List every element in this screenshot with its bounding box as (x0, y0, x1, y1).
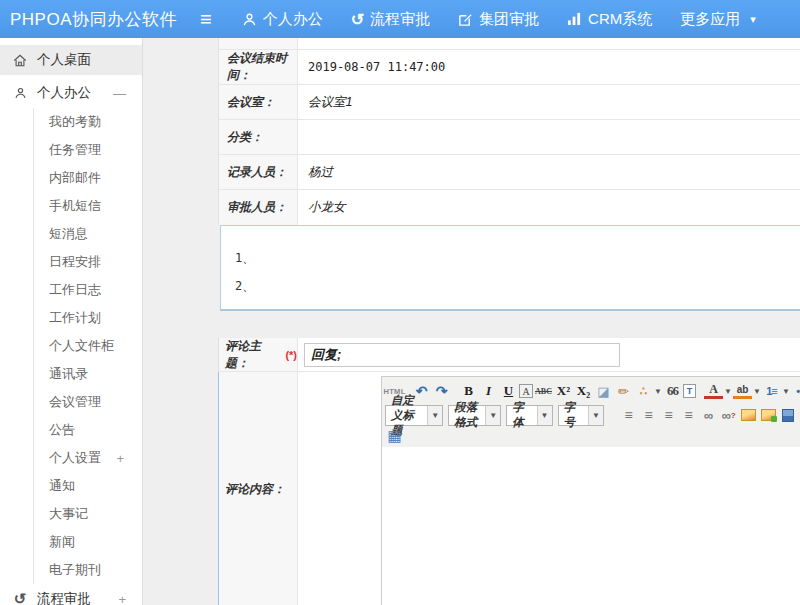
caret-down-icon: ▼ (537, 406, 552, 425)
table-row: 会议室： 会议室1 (219, 85, 800, 120)
sidebar-item-personal-office[interactable]: 个人办公 — (0, 78, 142, 108)
sidebar-item-label: 工作计划 (49, 309, 101, 327)
sidebar-item-news[interactable]: 新闻 (34, 528, 142, 556)
table-row: 审批人员： 小龙女 (219, 190, 800, 225)
sidebar-item-work-log[interactable]: 工作日志 (34, 276, 142, 304)
sidebar-item-label: 电子期刊 (49, 561, 101, 579)
nav-item-personal-office[interactable]: 个人办公 (228, 0, 337, 38)
format-brush-icon[interactable]: ✏ (614, 382, 633, 401)
nav-item-label: 集团审批 (479, 10, 539, 29)
comment-subject-input[interactable] (304, 343, 620, 367)
sidebar-item-task-management[interactable]: 任务管理 (34, 136, 142, 164)
editor-content-area[interactable] (382, 447, 800, 605)
font-style-icon[interactable]: A (519, 384, 533, 398)
sidebar-item-personal-desktop[interactable]: 个人桌面 (0, 45, 142, 75)
custom-heading-select[interactable]: 自定义标题 ▼ (385, 405, 443, 426)
top-nav-menu: ≡ 个人办公 ↺ 流程审批 集团审批 C (196, 0, 770, 38)
paragraph-format-select[interactable]: 段落格式 ▼ (448, 405, 501, 426)
insert-link-icon[interactable]: ∞ (699, 406, 718, 425)
sidebar-item-e-journal[interactable]: 电子期刊 (34, 556, 142, 584)
sidebar-item-sms[interactable]: 手机短信 (34, 192, 142, 220)
italic-icon[interactable]: I (479, 382, 498, 401)
form-label: 评论内容： (219, 372, 298, 605)
sidebar-item-announcement[interactable]: 公告 (34, 416, 142, 444)
paste-as-text-icon[interactable]: T (683, 384, 696, 398)
collapse-icon[interactable]: — (113, 86, 126, 101)
blockquote-icon[interactable]: 66 (663, 382, 682, 401)
form-value (298, 120, 800, 154)
unlink-mark: ? (731, 411, 736, 420)
caret-down-icon[interactable]: ▼ (753, 382, 761, 401)
form-value (298, 38, 800, 49)
justify-icon[interactable]: ≡ (679, 406, 698, 425)
subscript-icon[interactable]: X₂ (574, 382, 593, 401)
sidebar-item-major-events[interactable]: 大事记 (34, 500, 142, 528)
unordered-list-icon[interactable]: •≡ (791, 382, 800, 401)
sidebar-item-schedule[interactable]: 日程安排 (34, 248, 142, 276)
caret-down-icon[interactable]: ▼ (724, 382, 732, 401)
sidebar-item-workflow-approval[interactable]: ↺ 流程审批 + (0, 584, 142, 605)
underline-icon[interactable]: U (499, 382, 518, 401)
media-thumb (782, 409, 794, 422)
unlink-icon[interactable]: ∞? (719, 406, 738, 425)
caret-down-icon: ▼ (588, 406, 603, 425)
sidebar-item-label: 通知 (49, 477, 75, 495)
font-color-icon[interactable]: A (704, 383, 723, 399)
hamburger-menu-icon[interactable]: ≡ (196, 8, 228, 31)
sidebar-item-label: 个人桌面 (37, 51, 91, 69)
sidebar-item-label: 工作日志 (49, 281, 101, 299)
form-label: 记录人员： (219, 155, 298, 189)
align-right-icon[interactable]: ≡ (659, 406, 678, 425)
caret-down-icon[interactable]: ▼ (654, 382, 662, 401)
expand-icon[interactable]: + (116, 451, 124, 466)
form-value (298, 338, 800, 371)
sidebar-item-contacts[interactable]: 通讯录 (34, 360, 142, 388)
form-label: 评论主题： (*) (219, 338, 298, 371)
bold-icon[interactable]: B (459, 382, 478, 401)
form-value: 会议室1 (298, 85, 800, 119)
sidebar-item-my-attendance[interactable]: 我的考勤 (34, 108, 142, 136)
unlink-glyph: ∞ (721, 408, 730, 423)
nav-item-label: CRM系统 (588, 10, 652, 29)
sidebar-item-label: 个人办公 (37, 84, 91, 102)
sidebar-item-label: 新闻 (49, 533, 75, 551)
strikethrough-icon[interactable]: ABC (534, 382, 553, 401)
required-mark: (*) (285, 349, 297, 361)
form-value: HTML ↶ ↷ B I U A ABC X² (298, 372, 800, 605)
special-char-icon[interactable]: ∴ (634, 382, 653, 401)
sidebar-item-short-message[interactable]: 短消息 (34, 220, 142, 248)
caret-down-icon[interactable]: ▼ (782, 382, 790, 401)
sidebar-item-internal-mail[interactable]: 内部邮件 (34, 164, 142, 192)
font-size-select[interactable]: 字号 ▼ (558, 405, 604, 426)
nav-item-more-apps[interactable]: 更多应用 ▾ (666, 0, 770, 38)
sidebar-item-personal-files[interactable]: 个人文件柜 (34, 332, 142, 360)
ordered-list-icon[interactable]: 1≡ (762, 382, 781, 401)
sidebar-item-work-plan[interactable]: 工作计划 (34, 304, 142, 332)
form-value: 小龙女 (298, 190, 800, 225)
select-label: 字号 (559, 406, 588, 425)
insert-image-icon[interactable] (739, 406, 758, 425)
sidebar-item-personal-settings[interactable]: 个人设置 + (34, 444, 142, 472)
comment-content-row: 评论内容： HTML ↶ ↷ B (218, 372, 800, 605)
highlight-color-icon[interactable]: ab (733, 383, 752, 399)
nav-item-group-approval[interactable]: 集团审批 (444, 0, 553, 38)
font-family-select[interactable]: 字体 ▼ (506, 405, 552, 426)
expand-icon[interactable]: + (118, 592, 126, 605)
align-left-icon[interactable]: ≡ (619, 406, 638, 425)
nav-item-label: 个人办公 (263, 10, 323, 29)
sidebar-item-meeting-management[interactable]: 会议管理 (34, 388, 142, 416)
multi-image-icon[interactable] (759, 406, 778, 425)
redo-icon[interactable]: ↷ (432, 382, 451, 401)
nav-item-crm[interactable]: CRM系统 (553, 0, 666, 38)
align-center-icon[interactable]: ≡ (639, 406, 658, 425)
insert-table-icon[interactable]: ▦ (385, 427, 404, 446)
sidebar-item-notice[interactable]: 通知 (34, 472, 142, 500)
select-label: 段落格式 (449, 406, 485, 425)
superscript-icon[interactable]: X² (554, 382, 573, 401)
sidebar-item-label: 我的考勤 (49, 113, 101, 131)
sidebar-item-label: 内部邮件 (49, 169, 101, 187)
app-title: PHPOA协同办公软件 (0, 8, 177, 31)
insert-media-icon[interactable] (779, 406, 798, 425)
remove-format-icon[interactable]: ◪ (594, 382, 613, 401)
nav-item-workflow-approval[interactable]: ↺ 流程审批 (337, 0, 444, 38)
